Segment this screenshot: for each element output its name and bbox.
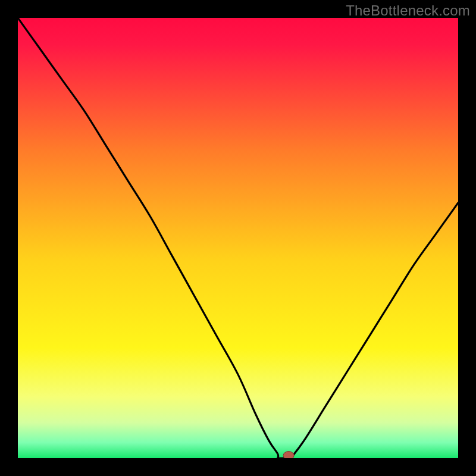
gradient-background bbox=[18, 18, 458, 458]
chart-frame: TheBottleneck.com bbox=[0, 0, 476, 476]
watermark-text: TheBottleneck.com bbox=[346, 2, 470, 19]
svg-rect-0 bbox=[18, 18, 458, 458]
